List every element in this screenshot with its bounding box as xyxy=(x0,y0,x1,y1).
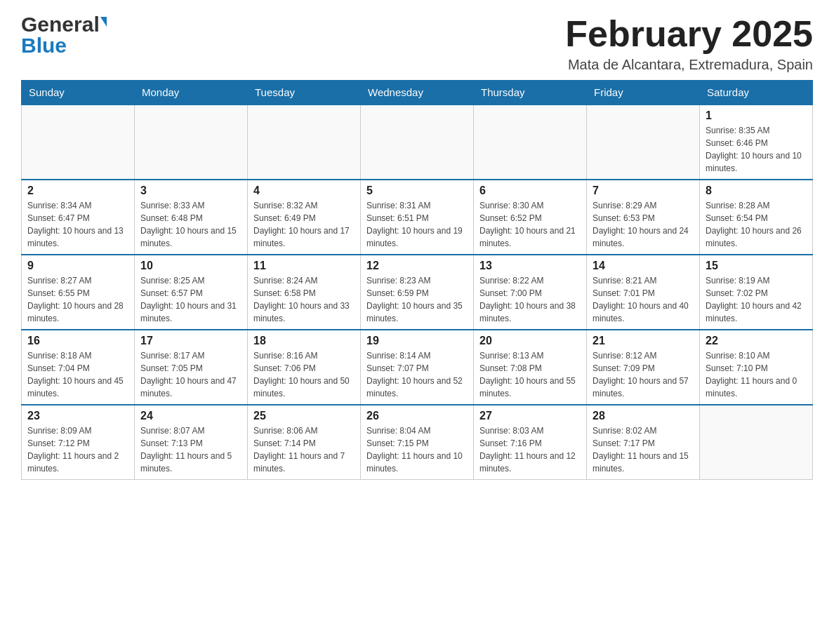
day-number: 15 xyxy=(706,260,807,272)
day-number: 23 xyxy=(27,410,128,422)
calendar-table: SundayMondayTuesdayWednesdayThursdayFrid… xyxy=(21,80,813,480)
day-info: Sunrise: 8:06 AMSunset: 7:14 PMDaylight:… xyxy=(253,424,355,475)
weekday-header-friday: Friday xyxy=(587,81,700,105)
page-header: General Blue February 2025 Mata de Alcan… xyxy=(21,14,813,73)
day-info: Sunrise: 8:32 AMSunset: 6:49 PMDaylight:… xyxy=(253,199,355,250)
day-info: Sunrise: 8:23 AMSunset: 6:59 PMDaylight:… xyxy=(366,274,468,325)
day-info: Sunrise: 8:35 AMSunset: 6:46 PMDaylight:… xyxy=(706,124,807,175)
calendar-cell: 25Sunrise: 8:06 AMSunset: 7:14 PMDayligh… xyxy=(248,405,361,480)
calendar-cell: 20Sunrise: 8:13 AMSunset: 7:08 PMDayligh… xyxy=(474,330,587,405)
day-info: Sunrise: 8:17 AMSunset: 7:05 PMDaylight:… xyxy=(140,349,241,400)
calendar-cell: 23Sunrise: 8:09 AMSunset: 7:12 PMDayligh… xyxy=(22,405,135,480)
day-number: 22 xyxy=(706,335,807,347)
calendar-cell: 10Sunrise: 8:25 AMSunset: 6:57 PMDayligh… xyxy=(135,255,248,330)
weekday-header-row: SundayMondayTuesdayWednesdayThursdayFrid… xyxy=(22,81,813,105)
weekday-header-thursday: Thursday xyxy=(474,81,587,105)
weekday-header-sunday: Sunday xyxy=(22,81,135,105)
day-info: Sunrise: 8:25 AMSunset: 6:57 PMDaylight:… xyxy=(140,274,241,325)
calendar-cell xyxy=(248,105,361,180)
day-number: 1 xyxy=(706,109,807,122)
weekday-header-monday: Monday xyxy=(135,81,248,105)
calendar-week-row: 16Sunrise: 8:18 AMSunset: 7:04 PMDayligh… xyxy=(22,330,813,405)
calendar-cell: 9Sunrise: 8:27 AMSunset: 6:55 PMDaylight… xyxy=(22,255,135,330)
day-number: 7 xyxy=(593,185,694,197)
day-info: Sunrise: 8:02 AMSunset: 7:17 PMDaylight:… xyxy=(593,424,694,475)
day-info: Sunrise: 8:09 AMSunset: 7:12 PMDaylight:… xyxy=(27,424,128,475)
calendar-cell: 13Sunrise: 8:22 AMSunset: 7:00 PMDayligh… xyxy=(474,255,587,330)
day-number: 11 xyxy=(253,260,355,272)
day-info: Sunrise: 8:04 AMSunset: 7:15 PMDaylight:… xyxy=(366,424,468,475)
day-info: Sunrise: 8:22 AMSunset: 7:00 PMDaylight:… xyxy=(479,274,581,325)
calendar-week-row: 9Sunrise: 8:27 AMSunset: 6:55 PMDaylight… xyxy=(22,255,813,330)
day-info: Sunrise: 8:30 AMSunset: 6:52 PMDaylight:… xyxy=(479,199,581,250)
day-number: 27 xyxy=(479,410,581,422)
day-info: Sunrise: 8:28 AMSunset: 6:54 PMDaylight:… xyxy=(706,199,807,250)
day-number: 25 xyxy=(253,410,355,422)
day-number: 24 xyxy=(140,410,241,422)
calendar-cell: 12Sunrise: 8:23 AMSunset: 6:59 PMDayligh… xyxy=(361,255,474,330)
calendar-cell xyxy=(587,105,700,180)
day-info: Sunrise: 8:13 AMSunset: 7:08 PMDaylight:… xyxy=(479,349,581,400)
day-info: Sunrise: 8:18 AMSunset: 7:04 PMDaylight:… xyxy=(27,349,128,400)
logo-line2: Blue xyxy=(21,35,107,56)
day-number: 18 xyxy=(253,335,355,347)
day-number: 21 xyxy=(593,335,694,347)
day-number: 17 xyxy=(140,335,241,347)
logo: General Blue xyxy=(21,14,107,56)
day-number: 5 xyxy=(366,185,468,197)
calendar-cell: 26Sunrise: 8:04 AMSunset: 7:15 PMDayligh… xyxy=(361,405,474,480)
calendar-cell: 6Sunrise: 8:30 AMSunset: 6:52 PMDaylight… xyxy=(474,180,587,255)
day-number: 13 xyxy=(479,260,581,272)
day-number: 19 xyxy=(366,335,468,347)
day-info: Sunrise: 8:27 AMSunset: 6:55 PMDaylight:… xyxy=(27,274,128,325)
weekday-header-saturday: Saturday xyxy=(700,81,813,105)
calendar-cell: 3Sunrise: 8:33 AMSunset: 6:48 PMDaylight… xyxy=(135,180,248,255)
calendar-week-row: 23Sunrise: 8:09 AMSunset: 7:12 PMDayligh… xyxy=(22,405,813,480)
calendar-cell xyxy=(474,105,587,180)
calendar-cell xyxy=(700,405,813,480)
day-info: Sunrise: 8:16 AMSunset: 7:06 PMDaylight:… xyxy=(253,349,355,400)
calendar-cell: 17Sunrise: 8:17 AMSunset: 7:05 PMDayligh… xyxy=(135,330,248,405)
logo-line1: General xyxy=(21,14,107,35)
day-number: 14 xyxy=(593,260,694,272)
calendar-cell: 27Sunrise: 8:03 AMSunset: 7:16 PMDayligh… xyxy=(474,405,587,480)
day-info: Sunrise: 8:19 AMSunset: 7:02 PMDaylight:… xyxy=(706,274,807,325)
calendar-cell: 24Sunrise: 8:07 AMSunset: 7:13 PMDayligh… xyxy=(135,405,248,480)
weekday-header-wednesday: Wednesday xyxy=(361,81,474,105)
day-info: Sunrise: 8:31 AMSunset: 6:51 PMDaylight:… xyxy=(366,199,468,250)
calendar-cell: 28Sunrise: 8:02 AMSunset: 7:17 PMDayligh… xyxy=(587,405,700,480)
day-info: Sunrise: 8:34 AMSunset: 6:47 PMDaylight:… xyxy=(27,199,128,250)
calendar-cell: 5Sunrise: 8:31 AMSunset: 6:51 PMDaylight… xyxy=(361,180,474,255)
calendar-cell xyxy=(361,105,474,180)
day-info: Sunrise: 8:07 AMSunset: 7:13 PMDaylight:… xyxy=(140,424,241,475)
day-number: 16 xyxy=(27,335,128,347)
calendar-cell: 8Sunrise: 8:28 AMSunset: 6:54 PMDaylight… xyxy=(700,180,813,255)
logo-triangle-icon xyxy=(100,17,107,27)
day-number: 9 xyxy=(27,260,128,272)
day-info: Sunrise: 8:21 AMSunset: 7:01 PMDaylight:… xyxy=(593,274,694,325)
calendar-cell: 18Sunrise: 8:16 AMSunset: 7:06 PMDayligh… xyxy=(248,330,361,405)
day-number: 20 xyxy=(479,335,581,347)
day-info: Sunrise: 8:24 AMSunset: 6:58 PMDaylight:… xyxy=(253,274,355,325)
calendar-cell: 4Sunrise: 8:32 AMSunset: 6:49 PMDaylight… xyxy=(248,180,361,255)
calendar-cell: 7Sunrise: 8:29 AMSunset: 6:53 PMDaylight… xyxy=(587,180,700,255)
calendar-cell: 2Sunrise: 8:34 AMSunset: 6:47 PMDaylight… xyxy=(22,180,135,255)
location-text: Mata de Alcantara, Extremadura, Spain xyxy=(565,57,813,73)
calendar-cell: 19Sunrise: 8:14 AMSunset: 7:07 PMDayligh… xyxy=(361,330,474,405)
month-title: February 2025 xyxy=(565,14,813,54)
title-block: February 2025 Mata de Alcantara, Extrema… xyxy=(565,14,813,73)
day-info: Sunrise: 8:10 AMSunset: 7:10 PMDaylight:… xyxy=(706,349,807,400)
calendar-cell: 15Sunrise: 8:19 AMSunset: 7:02 PMDayligh… xyxy=(700,255,813,330)
day-number: 26 xyxy=(366,410,468,422)
calendar-cell: 22Sunrise: 8:10 AMSunset: 7:10 PMDayligh… xyxy=(700,330,813,405)
day-number: 4 xyxy=(253,185,355,197)
day-info: Sunrise: 8:03 AMSunset: 7:16 PMDaylight:… xyxy=(479,424,581,475)
day-info: Sunrise: 8:14 AMSunset: 7:07 PMDaylight:… xyxy=(366,349,468,400)
calendar-week-row: 1Sunrise: 8:35 AMSunset: 6:46 PMDaylight… xyxy=(22,105,813,180)
day-info: Sunrise: 8:33 AMSunset: 6:48 PMDaylight:… xyxy=(140,199,241,250)
day-number: 8 xyxy=(706,185,807,197)
weekday-header-tuesday: Tuesday xyxy=(248,81,361,105)
day-number: 10 xyxy=(140,260,241,272)
day-number: 12 xyxy=(366,260,468,272)
day-info: Sunrise: 8:12 AMSunset: 7:09 PMDaylight:… xyxy=(593,349,694,400)
